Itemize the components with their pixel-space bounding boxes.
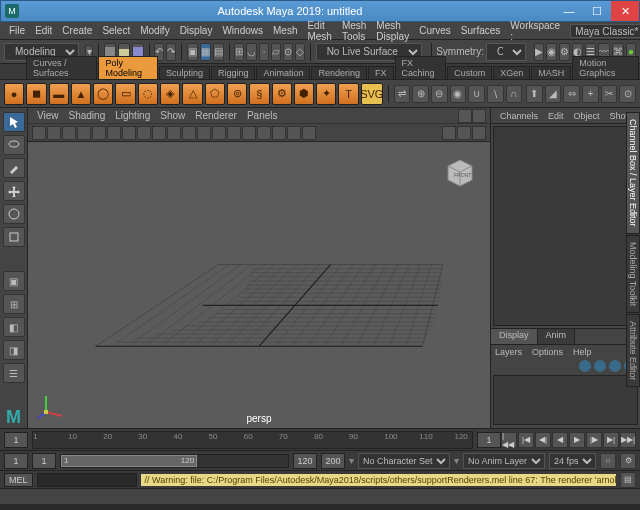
bookmarks-icon[interactable] — [472, 109, 486, 123]
menu-mesh[interactable]: Mesh — [268, 25, 302, 36]
render-icon[interactable]: ▶ — [534, 43, 544, 61]
super-shape-icon[interactable]: ✦ — [316, 83, 336, 105]
minimize-button[interactable]: — — [555, 1, 583, 21]
pt-film-icon[interactable] — [77, 126, 91, 140]
multicut-icon[interactable]: ✂ — [601, 85, 618, 103]
move-tool[interactable] — [3, 181, 25, 201]
separate-icon[interactable]: ⊖ — [431, 85, 448, 103]
select-object-icon[interactable]: ▣ — [187, 43, 198, 61]
symmetry-dropdown[interactable]: Off — [486, 43, 526, 61]
append-icon[interactable]: + — [582, 85, 599, 103]
time-current-field[interactable] — [4, 432, 28, 448]
pt-select-icon[interactable] — [32, 126, 46, 140]
shelf-tab-poly[interactable]: Poly Modeling — [98, 56, 157, 79]
scale-tool[interactable] — [3, 227, 25, 247]
poly-prism-icon[interactable]: ⬠ — [205, 83, 225, 105]
range-out[interactable] — [293, 453, 317, 469]
step-fwd-icon[interactable]: ▶| — [603, 432, 619, 448]
maximize-button[interactable]: ☐ — [583, 1, 611, 21]
poly-disc-icon[interactable]: ◌ — [138, 83, 158, 105]
poly-cylinder-icon[interactable]: ▬ — [49, 83, 69, 105]
platonic-icon[interactable]: ◈ — [160, 83, 180, 105]
layout-single-icon[interactable]: ▣ — [3, 271, 25, 291]
bool-diff-icon[interactable]: ∖ — [487, 85, 504, 103]
layer-tab-anim[interactable]: Anim — [538, 329, 576, 344]
extrude-icon[interactable]: ⬆ — [526, 85, 543, 103]
smooth-icon[interactable]: ◉ — [450, 85, 467, 103]
range-end[interactable] — [321, 453, 345, 469]
rewind-icon[interactable]: |◀◀ — [501, 432, 517, 448]
menu-surfaces[interactable]: Surfaces — [456, 25, 505, 36]
panel-shading[interactable]: Shading — [64, 110, 111, 121]
svg-icon[interactable]: SVG — [361, 83, 383, 105]
key-back-icon[interactable]: ◀| — [535, 432, 551, 448]
workspace-selector[interactable]: Workspace : Maya Classic* ☰ — [505, 20, 640, 42]
side-tab-modeling-toolkit[interactable]: Modeling Toolkit — [626, 235, 640, 313]
layout-outliner-icon[interactable]: ◧ — [3, 317, 25, 337]
bridge-icon[interactable]: ⇔ — [563, 85, 580, 103]
play-back-icon[interactable]: ◀ — [552, 432, 568, 448]
time-end-field[interactable] — [477, 432, 501, 448]
layer-up-icon[interactable] — [594, 360, 606, 372]
shelf-tab-rigging[interactable]: Rigging — [211, 66, 256, 79]
layout-list-icon[interactable]: ☰ — [3, 363, 25, 383]
pt-camera-icon[interactable] — [47, 126, 61, 140]
layer-menu-options[interactable]: Options — [532, 347, 563, 357]
poly-cube-icon[interactable]: ◼ — [26, 83, 46, 105]
ipr-icon[interactable]: ◉ — [546, 43, 557, 61]
rotate-tool[interactable] — [3, 204, 25, 224]
time-scale[interactable]: 1 10 20 30 40 50 60 70 80 90 100 110 120 — [32, 431, 473, 449]
pt-expose-icon[interactable] — [442, 126, 456, 140]
shelf-tab-motion[interactable]: Motion Graphics — [572, 56, 639, 79]
key-fwd-icon[interactable]: |▶ — [586, 432, 602, 448]
menu-modify[interactable]: Modify — [135, 25, 174, 36]
layout-four-icon[interactable]: ⊞ — [3, 294, 25, 314]
poly-plane-icon[interactable]: ▭ — [115, 83, 135, 105]
range-in[interactable] — [32, 453, 56, 469]
poly-helix-icon[interactable]: § — [249, 83, 269, 105]
layer-down-icon[interactable] — [609, 360, 621, 372]
mirror-icon[interactable]: ⇌ — [394, 85, 411, 103]
pt-joint-icon[interactable] — [287, 126, 301, 140]
poly-torus-icon[interactable]: ◯ — [93, 83, 113, 105]
select-tool[interactable] — [3, 112, 25, 132]
layer-menu-layers[interactable]: Layers — [495, 347, 522, 357]
combine-icon[interactable]: ⊕ — [412, 85, 429, 103]
shelf-tab-animation[interactable]: Animation — [256, 66, 310, 79]
target-weld-icon[interactable]: ⊙ — [619, 85, 636, 103]
menu-mesh-display[interactable]: Mesh Display — [371, 20, 414, 42]
viewport[interactable]: FRONT persp — [28, 142, 490, 428]
menu-file[interactable]: File — [4, 25, 30, 36]
shelf-tab-sculpting[interactable]: Sculpting — [159, 66, 210, 79]
snap-plane-icon[interactable]: ▱ — [271, 43, 281, 61]
time-slider[interactable]: 1 10 20 30 40 50 60 70 80 90 100 110 120… — [0, 428, 640, 450]
shelf-tab-fx[interactable]: FX — [368, 66, 394, 79]
pt-gamma-icon[interactable] — [457, 126, 471, 140]
snap-center-icon[interactable]: ⊙ — [283, 43, 293, 61]
layer-menu-help[interactable]: Help — [573, 347, 592, 357]
pt-motion-icon[interactable] — [227, 126, 241, 140]
bool-union-icon[interactable]: ∪ — [468, 85, 485, 103]
chan-tab-edit[interactable]: Edit — [543, 111, 569, 121]
menu-create[interactable]: Create — [57, 25, 97, 36]
pt-aa-icon[interactable] — [242, 126, 256, 140]
pt-xray-icon[interactable] — [272, 126, 286, 140]
pt-light-icon[interactable] — [182, 126, 196, 140]
panel-show[interactable]: Show — [155, 110, 190, 121]
fast-fwd-icon[interactable]: ▶▶| — [620, 432, 636, 448]
animlayer-dropdown[interactable]: No Anim Layer — [463, 453, 545, 469]
viewcube[interactable]: FRONT — [440, 152, 480, 192]
poly-pyramid-icon[interactable]: △ — [182, 83, 202, 105]
pt-shade-icon[interactable] — [122, 126, 136, 140]
chan-tab-object[interactable]: Object — [569, 111, 605, 121]
menu-select[interactable]: Select — [97, 25, 135, 36]
layout-persp-icon[interactable]: ◨ — [3, 340, 25, 360]
panel-lighting[interactable]: Lighting — [110, 110, 155, 121]
command-input[interactable] — [37, 473, 137, 487]
poly-cone-icon[interactable]: ▲ — [71, 83, 91, 105]
poly-gear-icon[interactable]: ⚙ — [272, 83, 292, 105]
side-tab-channelbox[interactable]: Channel Box / Layer Editor — [626, 112, 640, 234]
snap-point-icon[interactable]: · — [259, 43, 269, 61]
camera-attr-icon[interactable] — [458, 109, 472, 123]
pt-poly-icon[interactable] — [302, 126, 316, 140]
